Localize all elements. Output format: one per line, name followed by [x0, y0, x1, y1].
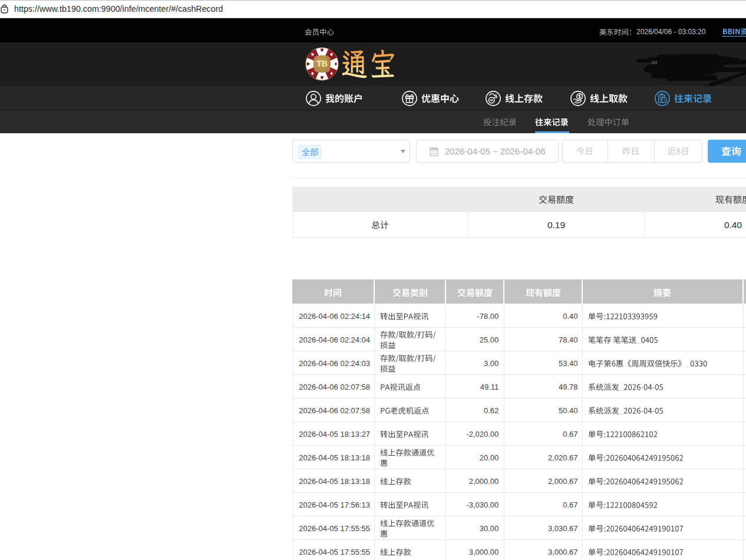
svg-text:TB: TB: [316, 59, 328, 68]
